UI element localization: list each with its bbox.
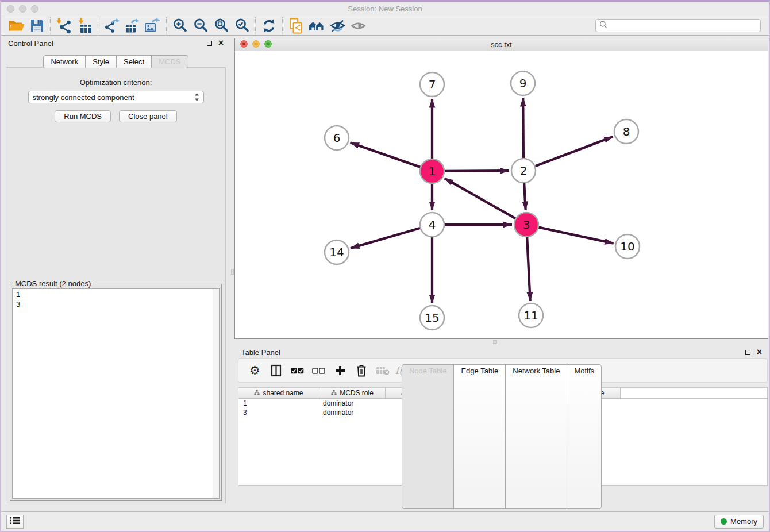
export-table-icon[interactable] <box>122 17 143 34</box>
control-panel-title: Control Panel <box>8 39 53 48</box>
export-network-icon[interactable] <box>101 17 122 34</box>
tab-network-table[interactable]: Network Table <box>505 364 567 509</box>
node-1[interactable]: 1 <box>420 159 444 183</box>
svg-text:14: 14 <box>329 245 344 259</box>
toolbar-separator <box>50 17 51 34</box>
close-window-icon[interactable] <box>7 5 14 13</box>
node-8[interactable]: 8 <box>614 119 638 144</box>
svg-text:2: 2 <box>520 164 528 178</box>
minimize-view-icon[interactable] <box>252 40 260 50</box>
node-11[interactable]: 11 <box>519 303 543 327</box>
import-network-icon[interactable] <box>53 17 74 34</box>
svg-text:8: 8 <box>623 125 630 138</box>
float-panel-icon[interactable] <box>745 350 750 355</box>
toolbar-separator <box>166 17 167 34</box>
node-14[interactable]: 14 <box>325 240 349 264</box>
memory-button[interactable]: Memory <box>714 515 764 529</box>
svg-text:1: 1 <box>429 164 436 178</box>
svg-text:7: 7 <box>429 78 436 91</box>
criterion-dropdown[interactable]: strongly connected component <box>28 91 204 103</box>
vertical-splitter[interactable] <box>230 36 234 511</box>
search-icon <box>599 21 607 31</box>
node-15[interactable]: 15 <box>420 306 444 330</box>
close-panel-icon[interactable]: × <box>757 349 762 356</box>
new-network-from-selection-icon[interactable] <box>286 17 306 34</box>
horizontal-splitter[interactable] <box>234 339 769 345</box>
network-window-title: scc.txt <box>235 40 768 49</box>
splitter-handle[interactable] <box>231 269 234 275</box>
show-all-icon[interactable] <box>348 17 368 34</box>
chevron-up-down-icon <box>194 92 199 102</box>
tab-style[interactable]: Style <box>85 55 117 68</box>
mcds-result-box[interactable]: 13 <box>12 288 220 499</box>
tab-select[interactable]: Select <box>116 55 152 68</box>
result-scrollbar[interactable] <box>213 289 219 498</box>
network-canvas[interactable]: 7968124314101511 <box>235 51 768 338</box>
table-panel: Table Panel × ⚙f(x) shared nameMCDS role… <box>234 345 769 511</box>
search-box[interactable] <box>595 19 761 32</box>
node-6[interactable]: 6 <box>325 126 349 150</box>
apply-layout-icon[interactable] <box>259 17 279 34</box>
first-neighbors-icon[interactable] <box>306 17 327 34</box>
window-title: Session: New Session <box>1 5 769 13</box>
toolbar-separator <box>282 17 283 34</box>
zoom-selected-icon[interactable] <box>232 17 252 34</box>
edge-3-1[interactable] <box>445 178 516 218</box>
node-3[interactable]: 3 <box>514 213 538 237</box>
maximize-window-icon[interactable] <box>31 5 38 13</box>
edge-4-14[interactable] <box>351 228 421 248</box>
mcds-result-line: 1 <box>16 290 219 299</box>
close-view-icon[interactable] <box>240 40 248 50</box>
task-history-button[interactable] <box>6 515 24 529</box>
run-mcds-button[interactable]: Run MCDS <box>55 110 111 122</box>
tab-node-table[interactable]: Node Table <box>402 364 455 509</box>
tab-edge-table[interactable]: Edge Table <box>453 364 506 509</box>
control-panel-tabs: NetworkStyleSelectMCDS <box>1 55 230 68</box>
tab-mcds[interactable]: MCDS <box>151 55 188 68</box>
zoom-fit-icon[interactable] <box>211 17 232 34</box>
float-panel-icon[interactable] <box>207 41 212 46</box>
window-traffic-lights <box>7 5 38 13</box>
application-window: Session: New Session Control Panel × Net… <box>0 0 770 532</box>
edge-2-8[interactable] <box>535 137 613 167</box>
tab-motifs[interactable]: Motifs <box>567 364 602 509</box>
svg-text:10: 10 <box>620 240 634 253</box>
node-10[interactable]: 10 <box>615 234 640 259</box>
close-panel-icon[interactable]: × <box>218 40 224 47</box>
import-table-icon[interactable] <box>74 17 95 34</box>
edge-2-9[interactable] <box>523 98 523 159</box>
node-4[interactable]: 4 <box>420 213 444 237</box>
table-panel-title: Table Panel <box>241 348 280 357</box>
maximize-view-icon[interactable] <box>264 40 272 50</box>
network-view-window: scc.txt 7968124314101511 <box>234 38 768 339</box>
mcds-result-line: 3 <box>16 299 219 309</box>
edge-2-3[interactable] <box>524 183 526 210</box>
memory-status-dot-icon <box>721 518 727 525</box>
hide-selected-icon[interactable] <box>327 17 348 34</box>
svg-text:4: 4 <box>429 218 436 232</box>
zoom-out-icon[interactable] <box>190 17 211 34</box>
edge-1-2[interactable] <box>444 171 509 171</box>
node-7[interactable]: 7 <box>420 72 444 97</box>
zoom-in-icon[interactable] <box>170 17 190 34</box>
edge-1-6[interactable] <box>351 142 421 167</box>
open-session-icon[interactable] <box>6 17 26 34</box>
tab-network[interactable]: Network <box>43 55 86 68</box>
minimize-window-icon[interactable] <box>19 5 26 13</box>
edge-3-11[interactable] <box>527 237 530 301</box>
node-9[interactable]: 9 <box>511 71 535 95</box>
main-toolbar <box>1 16 769 36</box>
node-2[interactable]: 2 <box>511 159 536 183</box>
splitter-handle[interactable] <box>493 340 497 344</box>
toolbar-separator <box>255 17 256 34</box>
save-session-icon[interactable] <box>26 17 47 34</box>
mcds-result-title: MCDS result (2 nodes) <box>13 279 93 288</box>
mcds-result-group: MCDS result (2 nodes) 13 <box>10 284 222 501</box>
close-panel-button[interactable]: Close panel <box>119 110 177 122</box>
search-input[interactable] <box>610 21 757 30</box>
optimization-criterion-label: Optimization criterion: <box>6 78 225 87</box>
list-icon <box>10 516 20 527</box>
export-image-icon[interactable] <box>143 17 163 34</box>
edge-3-10[interactable] <box>538 227 614 243</box>
control-panel: Control Panel × NetworkStyleSelectMCDS O… <box>1 36 230 511</box>
